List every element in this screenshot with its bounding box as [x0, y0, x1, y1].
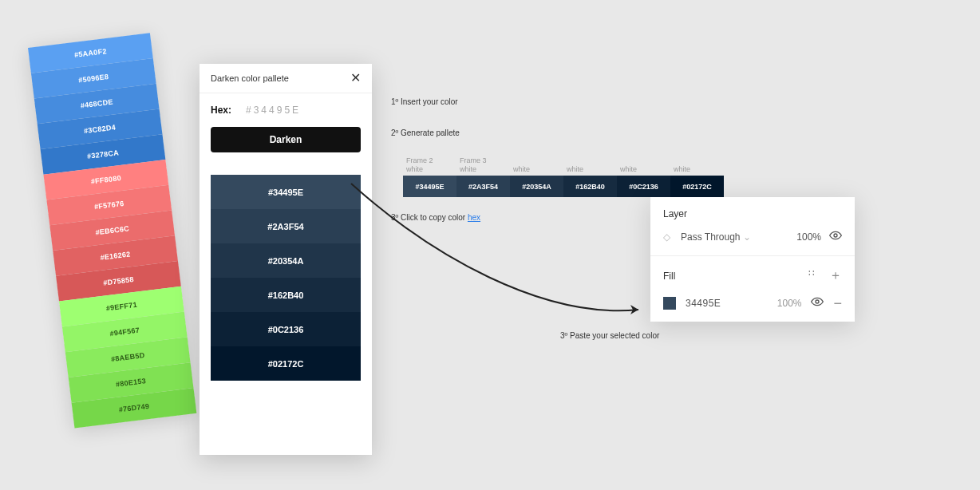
fill-color-chip[interactable] [663, 297, 676, 310]
fill-hex-input[interactable]: 34495E [686, 298, 757, 309]
plugin-panel: Darken color pallete ✕ Hex: #34495E Dark… [200, 64, 372, 455]
step-4-caption: 3º Paste your selected color [560, 331, 659, 340]
result-list: #34495E #2A3F54 #20354A #162B40 #0C2136 … [211, 175, 361, 381]
tilted-swatch-stack: #5AA0F2 #5096E8 #468CDE #3C82D4 #3278CA … [28, 33, 196, 428]
layer-panel: Layer ◇ Pass Through ⌄ 100% Fill ∷ ＋ 344… [650, 197, 855, 322]
fill-section: Fill ∷ ＋ 34495E 100% − [650, 256, 855, 322]
hstrip-cell[interactable]: #162B40 [563, 176, 617, 197]
eye-icon[interactable] [811, 295, 824, 310]
hstrip-cell[interactable]: #2A3F54 [456, 176, 510, 197]
fill-row: 34495E 100% − [663, 295, 842, 310]
frame-label: white [513, 156, 567, 174]
chevron-down-icon: ⌄ [743, 231, 751, 243]
svg-point-1 [816, 300, 819, 303]
svg-point-0 [834, 234, 837, 237]
eye-icon[interactable] [829, 229, 842, 244]
plugin-header: Darken color pallete ✕ [200, 64, 372, 93]
layer-section-title: Layer [663, 208, 842, 219]
fill-section-header: Fill ∷ ＋ [663, 267, 842, 284]
step-3-caption: 3º Click to copy color hex [391, 213, 480, 222]
remove-fill-icon[interactable]: − [833, 296, 842, 310]
blend-drop-icon[interactable]: ◇ [663, 231, 673, 243]
layer-section: Layer ◇ Pass Through ⌄ 100% [650, 197, 855, 256]
hstrip-cell[interactable]: #20354A [510, 176, 563, 197]
hstrip-cell[interactable]: #34495E [403, 176, 456, 197]
result-row[interactable]: #2A3F54 [211, 209, 361, 243]
hex-label: Hex: [211, 105, 231, 116]
blend-mode-select[interactable]: Pass Through ⌄ [681, 231, 778, 243]
result-row[interactable]: #20354A [211, 243, 361, 278]
step-3-text: 3º Click to copy color [391, 213, 468, 222]
frame-label: white [567, 156, 620, 174]
hstrip: #34495E #2A3F54 #20354A #162B40 #0C2136 … [403, 176, 724, 197]
result-row[interactable]: #02172C [211, 346, 361, 381]
close-icon[interactable]: ✕ [350, 72, 361, 85]
frame-label: white [674, 156, 727, 174]
result-row[interactable]: #0C2136 [211, 312, 361, 346]
fill-section-title: Fill [663, 271, 675, 282]
step-2-caption: 2º Generate pallete [391, 128, 460, 137]
style-picker-icon[interactable]: ∷ [808, 267, 816, 284]
darken-button[interactable]: Darken [211, 127, 361, 152]
hstrip-cell[interactable]: #0C2136 [617, 176, 670, 197]
hex-link[interactable]: hex [468, 213, 480, 222]
blend-opacity[interactable]: 100% [786, 231, 821, 243]
result-row[interactable]: #162B40 [211, 278, 361, 312]
step-1-caption: 1º Insert your color [391, 97, 458, 106]
plugin-title: Darken color pallete [211, 73, 289, 83]
hstrip-labels: Frame 2white Frame 3white white white wh… [406, 156, 727, 174]
frame-label: Frame 2white [406, 156, 460, 174]
hex-input[interactable]: #34495E [246, 105, 301, 116]
frame-label: white [620, 156, 674, 174]
result-row[interactable]: #34495E [211, 175, 361, 209]
add-fill-icon[interactable]: ＋ [829, 267, 842, 284]
frame-label: Frame 3white [460, 156, 513, 174]
fill-opacity[interactable]: 100% [766, 298, 801, 309]
hex-input-row: Hex: #34495E [200, 93, 372, 116]
blend-row: ◇ Pass Through ⌄ 100% [663, 229, 842, 244]
hstrip-cell[interactable]: #02172C [670, 176, 724, 197]
